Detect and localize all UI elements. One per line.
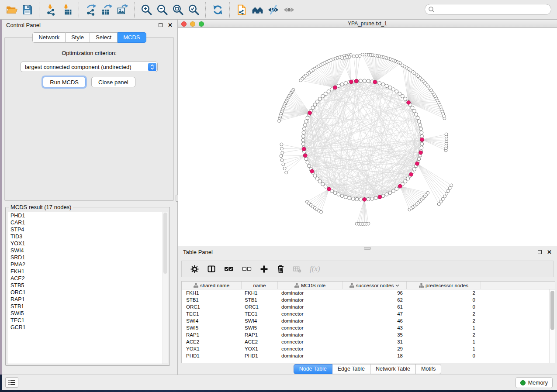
mcds-result-item[interactable]: TEC1: [7, 317, 168, 324]
network-node: [311, 106, 315, 110]
mcds-result-item[interactable]: CAR1: [7, 219, 168, 226]
save-session-button[interactable]: [19, 1, 35, 18]
network-node: [443, 195, 446, 198]
zoom-out-button[interactable]: [154, 1, 170, 18]
memory-button[interactable]: Memory: [515, 377, 553, 388]
column-header-predecessor-nodes[interactable]: predecessor nodes: [407, 282, 481, 289]
table-row[interactable]: FKH1FKH1dominator962: [182, 289, 555, 296]
network-node: [340, 194, 344, 198]
tab-network[interactable]: Network: [32, 32, 66, 43]
table-row[interactable]: PHD1PHD1dominator180: [182, 352, 555, 359]
show-column-panel-button[interactable]: [207, 265, 216, 273]
zoom-fit-button[interactable]: [170, 1, 186, 18]
network-canvas[interactable]: [178, 28, 557, 246]
tab-motifs[interactable]: Motifs: [416, 364, 441, 374]
close-panel-icon[interactable]: ✕: [168, 22, 173, 28]
task-history-button[interactable]: [5, 377, 18, 388]
select-all-button[interactable]: [224, 265, 234, 273]
column-header-shared-name[interactable]: shared name: [182, 282, 242, 289]
table-row[interactable]: YOX1YOX1connector291: [182, 345, 555, 352]
mcds-result-item[interactable]: STB5: [7, 282, 168, 289]
network-node: [448, 187, 451, 190]
table-row[interactable]: RAP1RAP1dominator352: [182, 331, 555, 338]
search-field[interactable]: [425, 4, 551, 15]
mcds-result-item[interactable]: SRD1: [7, 254, 168, 261]
table-cell: 35: [343, 332, 407, 337]
table-row[interactable]: ORC1ORC1dominator610: [182, 303, 555, 310]
mcds-result-item[interactable]: PHD1: [7, 212, 168, 219]
delete-column-button[interactable]: [277, 265, 285, 273]
optimization-criterion-label: Optimization criterion:: [5, 50, 173, 56]
table-row[interactable]: SWI4SWI4dominator462: [182, 317, 555, 324]
mcds-result-item[interactable]: ACE2: [7, 275, 168, 282]
close-panel-button[interactable]: Close panel: [91, 77, 135, 87]
show-eye-icon: [283, 4, 295, 16]
zoom-selected-button[interactable]: [186, 1, 201, 18]
minimize-window-icon[interactable]: [190, 21, 195, 27]
search-input[interactable]: [435, 5, 551, 14]
table-cell: STB1: [242, 297, 278, 303]
mcds-result-item[interactable]: SWI4: [7, 247, 168, 254]
import-table-button[interactable]: [59, 1, 75, 18]
network-node: [301, 134, 305, 138]
network-node: [341, 57, 344, 60]
run-mcds-button[interactable]: Run MCDS: [43, 77, 86, 87]
close-table-panel-icon[interactable]: ✕: [547, 249, 552, 255]
column-header-name[interactable]: name: [242, 282, 278, 289]
import-network-button[interactable]: [43, 1, 59, 18]
mcds-result-item[interactable]: STP4: [7, 226, 168, 233]
network-dominator-node: [303, 154, 307, 158]
network-node: [392, 189, 395, 193]
tab-node-table[interactable]: Node Table: [294, 364, 332, 374]
table-panel-splitter-grip[interactable]: [364, 247, 371, 250]
table-row[interactable]: STB1STB1dominator620: [182, 296, 555, 303]
network-node: [413, 109, 416, 113]
table-row[interactable]: ACE2ACE2connector311: [182, 338, 555, 345]
mcds-result-item[interactable]: RAP1: [7, 296, 168, 303]
tab-network-table[interactable]: Network Table: [370, 364, 416, 374]
column-header-successor-nodes[interactable]: successor nodes: [343, 282, 407, 289]
mcds-result-item[interactable]: GCR1: [7, 324, 168, 331]
network-node: [388, 191, 392, 195]
tab-edge-table[interactable]: Edge Table: [332, 364, 370, 374]
zoom-in-button[interactable]: [138, 1, 154, 18]
mcds-result-item[interactable]: SWI5: [7, 310, 168, 317]
export-network-button[interactable]: [83, 1, 99, 18]
network-window-titlebar[interactable]: YPA_prune.txt_1: [178, 20, 557, 28]
mcds-result-item[interactable]: STB1: [7, 303, 168, 310]
mcds-result-item[interactable]: PMA2: [7, 261, 168, 268]
mcds-result-item[interactable]: ORC1: [7, 289, 168, 296]
show-all-button[interactable]: [281, 1, 297, 18]
table-cell: 96: [343, 290, 407, 296]
create-column-button[interactable]: [260, 265, 268, 273]
list-icon: [8, 379, 16, 386]
table-row[interactable]: TEC1TEC1connector472: [182, 310, 555, 317]
float-table-panel-icon[interactable]: [538, 250, 542, 254]
table-scrollbar[interactable]: [549, 289, 555, 363]
column-header-mcds-role[interactable]: MCDS role: [278, 282, 343, 289]
table-row[interactable]: SWI5SWI5connector431: [182, 324, 555, 331]
deselect-all-button[interactable]: [242, 265, 252, 273]
optimization-criterion-select[interactable]: largest connected component (undirected): [21, 62, 158, 72]
network-dominator-node: [354, 79, 358, 83]
float-panel-icon[interactable]: [159, 23, 163, 27]
scrollbar-thumb[interactable]: [550, 291, 554, 330]
tab-mcds[interactable]: MCDS: [118, 32, 146, 43]
open-session-button[interactable]: [3, 1, 19, 18]
close-window-icon[interactable]: [181, 21, 187, 27]
network-from-selection-button[interactable]: [234, 1, 249, 18]
tab-select[interactable]: Select: [90, 32, 118, 43]
maximize-window-icon[interactable]: [199, 21, 204, 27]
mcds-result-item[interactable]: FKH1: [7, 268, 168, 275]
export-image-button[interactable]: [114, 1, 130, 18]
first-neighbors-button[interactable]: [249, 1, 265, 18]
export-table-button[interactable]: [99, 1, 114, 18]
table-settings-button[interactable]: [190, 265, 199, 273]
mcds-result-item[interactable]: TID3: [7, 233, 168, 240]
apply-layout-button[interactable]: [210, 1, 225, 18]
tab-style[interactable]: Style: [66, 32, 90, 43]
network-graph[interactable]: [178, 28, 557, 246]
hide-selected-button[interactable]: [265, 1, 281, 18]
mcds-result-item[interactable]: YOX1: [7, 240, 168, 247]
mcds-list-scrollbar[interactable]: [163, 212, 168, 364]
